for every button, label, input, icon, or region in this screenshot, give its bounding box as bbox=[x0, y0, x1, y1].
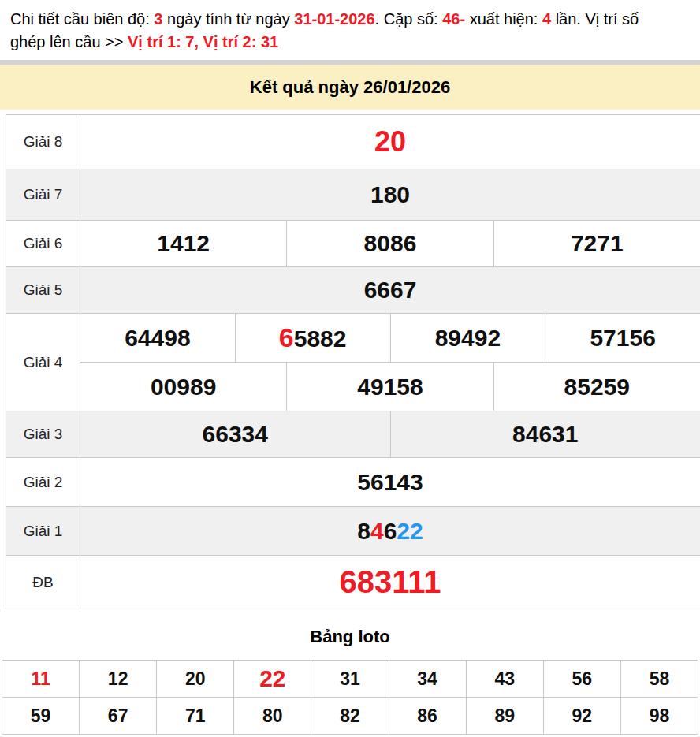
prize-number: 00989 bbox=[80, 363, 286, 411]
prize-number-value: 8086 bbox=[364, 230, 417, 257]
result-date-title: Kết quả ngày 26/01/2026 bbox=[250, 77, 450, 98]
text-segment: 57156 bbox=[590, 325, 655, 351]
prize-number-value: 00989 bbox=[151, 374, 216, 400]
text-segment: 8086 bbox=[364, 230, 417, 256]
text-segment: Vị trí 1: 7, Vị trí 2: 31 bbox=[128, 33, 278, 50]
prize-number-value: 65882 bbox=[279, 322, 347, 353]
prize-number-value: 89492 bbox=[435, 325, 501, 352]
prize-number-value: 7271 bbox=[571, 230, 624, 257]
prize-number: 89492 bbox=[390, 314, 545, 362]
prize-label: Giải 4 bbox=[6, 314, 80, 411]
text-segment: 4 bbox=[542, 10, 551, 28]
prize-number-value: 683111 bbox=[339, 564, 441, 600]
loto-number: 58 bbox=[620, 661, 698, 697]
loto-number: 31 bbox=[311, 661, 388, 697]
prize-subrow: 6633484631 bbox=[80, 411, 700, 457]
prize-cells: 683111 bbox=[80, 556, 700, 609]
prize-label: Giải 2 bbox=[6, 458, 80, 506]
prize-number: 65882 bbox=[235, 314, 390, 362]
text-segment: 7271 bbox=[571, 230, 624, 256]
text-segment: 59 bbox=[31, 705, 51, 727]
loto-number: 89 bbox=[466, 698, 543, 734]
cau-detail-text: Chi tiết cầu biên độ: 3 ngày tính từ ngà… bbox=[0, 0, 700, 54]
text-segment: 8 bbox=[357, 518, 370, 544]
prize-label: ĐB bbox=[6, 556, 80, 609]
result-row: Giải 6141280867271 bbox=[6, 221, 700, 267]
text-segment: 11 bbox=[31, 668, 50, 690]
prize-label: Giải 8 bbox=[6, 115, 80, 169]
text-segment: 98 bbox=[650, 705, 670, 727]
prize-subrow: 20 bbox=[80, 115, 700, 169]
loto-number: 67 bbox=[79, 698, 156, 734]
text-segment: 22 bbox=[259, 665, 285, 692]
text-segment: 20 bbox=[185, 668, 206, 690]
prize-number-value: 64498 bbox=[125, 325, 190, 352]
prize-number: 56143 bbox=[80, 458, 700, 506]
prize-subrow: 6667 bbox=[80, 267, 700, 313]
prize-number-value: 84622 bbox=[357, 518, 423, 545]
loto-number: 12 bbox=[79, 661, 156, 697]
text-segment: 3 bbox=[154, 10, 162, 28]
result-row: ĐB683111 bbox=[6, 556, 700, 609]
text-segment: 5882 bbox=[294, 326, 347, 352]
prize-subrow: 56143 bbox=[80, 458, 700, 506]
prize-subrow: 180 bbox=[80, 169, 700, 220]
prize-number-value: 6667 bbox=[364, 277, 417, 303]
prize-number: 683111 bbox=[80, 556, 700, 609]
text-segment: 56 bbox=[572, 668, 593, 690]
loto-row: 111220223134435658 bbox=[2, 661, 698, 697]
text-segment: 85259 bbox=[564, 374, 630, 400]
text-segment: 31-01-2026 bbox=[294, 10, 374, 28]
text-segment: ngày tính từ ngày bbox=[162, 10, 294, 28]
loto-row: 596771808286899298 bbox=[2, 697, 698, 734]
prize-number-value: 20 bbox=[374, 125, 406, 158]
loto-number: 86 bbox=[389, 698, 466, 734]
prize-cells: 84622 bbox=[80, 507, 700, 555]
prize-number: 64498 bbox=[80, 314, 235, 362]
prize-subrow: 141280867271 bbox=[80, 221, 700, 266]
text-segment: 34 bbox=[417, 668, 438, 690]
loto-number: 56 bbox=[543, 661, 620, 697]
text-segment: 22 bbox=[397, 518, 423, 544]
text-segment: 12 bbox=[108, 668, 128, 690]
text-segment: 6 bbox=[384, 518, 397, 544]
loto-number: 34 bbox=[389, 661, 466, 697]
text-segment: 00989 bbox=[151, 374, 216, 400]
text-segment: 58 bbox=[650, 668, 670, 690]
result-row: Giải 7180 bbox=[6, 169, 700, 221]
text-segment: 86 bbox=[417, 705, 438, 727]
text-segment: 683111 bbox=[339, 564, 441, 599]
result-row: Giải 256143 bbox=[6, 458, 700, 507]
prize-number-value: 84631 bbox=[512, 421, 578, 448]
prize-number-value: 85259 bbox=[564, 374, 630, 400]
prize-subrow: 009894915885259 bbox=[80, 362, 700, 411]
text-segment: 56143 bbox=[357, 469, 423, 495]
text-segment: . Cặp số: bbox=[375, 10, 443, 28]
text-segment: lần. Vị trí số bbox=[551, 10, 639, 28]
result-row: Giải 46449865882894925715600989491588525… bbox=[6, 314, 700, 411]
loto-number: 22 bbox=[233, 661, 311, 697]
prize-number: 8086 bbox=[286, 221, 493, 266]
prize-number-value: 66334 bbox=[203, 421, 268, 448]
prize-cells: 6667 bbox=[80, 267, 700, 313]
prize-number: 84622 bbox=[80, 507, 700, 555]
text-segment: 80 bbox=[262, 705, 283, 727]
prize-label: Giải 7 bbox=[6, 169, 80, 220]
prize-label: Giải 5 bbox=[6, 267, 80, 313]
loto-number: 71 bbox=[156, 698, 233, 734]
text-segment: 1412 bbox=[157, 230, 210, 256]
text-segment: ghép lên cầu >> bbox=[10, 33, 128, 50]
prize-subrow: 84622 bbox=[80, 507, 700, 555]
result-row: Giải 820 bbox=[6, 115, 700, 169]
text-segment: 6 bbox=[279, 322, 294, 352]
prize-number-value: 57156 bbox=[590, 325, 655, 352]
prize-label: Giải 6 bbox=[6, 221, 80, 266]
text-segment: 6667 bbox=[364, 277, 417, 303]
result-date-banner: Kết quả ngày 26/01/2026 bbox=[0, 65, 700, 110]
prize-cells: 20 bbox=[80, 115, 700, 169]
prize-number-value: 180 bbox=[370, 181, 410, 208]
prize-cells: 64498658828949257156009894915885259 bbox=[80, 314, 700, 411]
page: Chi tiết cầu biên độ: 3 ngày tính từ ngà… bbox=[0, 0, 700, 735]
prize-cells: 141280867271 bbox=[80, 221, 700, 266]
text-segment: Chi tiết cầu biên độ: bbox=[10, 10, 154, 28]
